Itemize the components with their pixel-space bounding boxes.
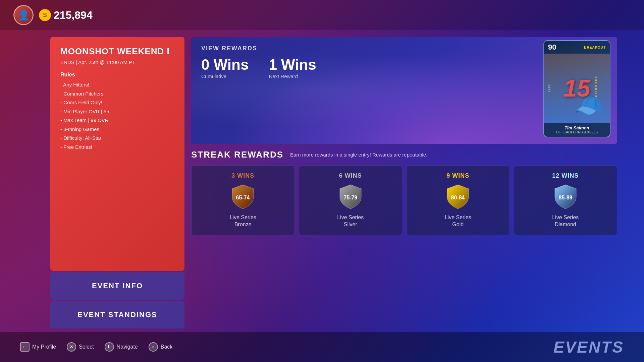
wins-next-number: 1 Wins [269, 57, 316, 72]
wins-cumulative-number: 0 Wins [201, 57, 249, 72]
control-button: ○ [149, 342, 158, 352]
card-team: OF · CALIFORNIA ANGELS [547, 130, 606, 134]
player-card: 90 BREAKOUT 1995 BREAKOUT 15 🧢 Tim Salmo… [543, 40, 610, 137]
event-standings-button[interactable]: EVENT STANDINGS [50, 301, 184, 328]
rule-item: - Min Player OVR | 55 [60, 108, 174, 116]
svg-text:65-74: 65-74 [236, 195, 250, 200]
player-card-container: 90 BREAKOUT 1995 BREAKOUT 15 🧢 Tim Salmo… [543, 40, 610, 137]
streak-series-label: Live SeriesSilver [337, 214, 364, 228]
rules-list: - Any Hitters!- Common Pitchers- Coors F… [60, 81, 174, 151]
wins-cumulative-label: Cumulative [201, 73, 249, 79]
streak-title: STREAK REWARDS [191, 149, 283, 160]
streak-header: STREAK REWARDS Earn more rewards in a si… [191, 149, 617, 160]
streak-wins-label: 6 WINS [339, 172, 362, 179]
shield-badge: 75-79 [337, 183, 364, 210]
streak-subtitle: Earn more rewards in a single entry! Rew… [290, 152, 427, 158]
avatar: 👤 [13, 5, 34, 25]
streak-series-label: Live SeriesGold [445, 214, 471, 228]
card-year: 1995 [548, 84, 551, 92]
streak-card: 9 WINS 80-84 Live SeriesGold [406, 165, 510, 235]
rule-item: - Max Team | 99 OVR [60, 117, 174, 124]
main-content: MOONSHOT WEEKEND I ENDS | Apr. 25th @ 11… [50, 37, 617, 328]
controls: □My Profile✕SelectLNavigate○Back [20, 342, 172, 352]
wins-cumulative-item: 0 Wins Cumulative [201, 57, 249, 79]
currency-amount: 215,894 [54, 9, 93, 21]
shield-badge: 85-89 [552, 183, 579, 210]
event-ends: ENDS | Apr. 25th @ 11:00 AM PT [60, 59, 174, 65]
control-label: Navigate [117, 344, 138, 350]
streak-card: 6 WINS 75-79 Live SeriesSilver [299, 165, 402, 235]
currency-icon: S [39, 9, 51, 21]
rules-title: Rules [60, 72, 174, 78]
streak-series-label: Live SeriesBronze [230, 214, 256, 228]
card-player-area: 1995 BREAKOUT 15 🧢 [544, 54, 610, 123]
card-top-bar: 90 BREAKOUT [544, 41, 610, 54]
view-rewards-card[interactable]: VIEW REWARDS 0 Wins Cumulative 1 Wins Ne… [191, 37, 617, 144]
wins-next-label: Next Reward [269, 73, 316, 79]
shield-badge: 65-74 [229, 183, 256, 210]
rule-item: - Common Pitchers [60, 90, 174, 98]
streak-rewards-section: STREAK REWARDS Earn more rewards in a si… [191, 149, 617, 235]
shield-badge: 80-84 [444, 183, 471, 210]
control-button: ✕ [67, 342, 76, 352]
control-label: Back [161, 344, 173, 350]
control-item: LNavigate [105, 342, 138, 352]
card-name-area: Tim Salmon OF · CALIFORNIA ANGELS [544, 123, 610, 137]
right-panel: VIEW REWARDS 0 Wins Cumulative 1 Wins Ne… [191, 37, 617, 328]
card-ovr: 90 [548, 43, 556, 52]
control-label: My Profile [32, 344, 56, 350]
header: 👤 S 215,894 [0, 0, 644, 30]
event-info-label: EVENT INFO [92, 282, 143, 290]
rule-item: - 3-Inning Games [60, 126, 174, 133]
rule-item: - Free Entries! [60, 143, 174, 151]
control-item: ○Back [149, 342, 173, 352]
event-title: MOONSHOT WEEKEND I [60, 46, 174, 57]
left-panel: MOONSHOT WEEKEND I ENDS | Apr. 25th @ 11… [50, 37, 184, 328]
event-info-card: MOONSHOT WEEKEND I ENDS | Apr. 25th @ 11… [50, 37, 184, 271]
rule-item: - Difficulty: All-Star [60, 134, 174, 142]
control-item: ✕Select [67, 342, 94, 352]
svg-text:85-89: 85-89 [558, 195, 572, 200]
wins-next-item: 1 Wins Next Reward [269, 57, 316, 79]
rule-item: - Coors Field Only! [60, 99, 174, 107]
control-label: Select [79, 344, 94, 350]
rule-item: - Any Hitters! [60, 81, 174, 89]
player-silhouette: 🧢 [574, 92, 603, 119]
streak-series-label: Live SeriesDiamond [552, 214, 579, 228]
svg-text:75-79: 75-79 [343, 195, 357, 200]
control-item: □My Profile [20, 342, 56, 352]
card-player-name: Tim Salmon [547, 125, 606, 130]
svg-text:80-84: 80-84 [451, 195, 465, 200]
card-type: BREAKOUT [584, 46, 606, 49]
streak-wins-label: 3 WINS [231, 172, 254, 179]
streak-wins-label: 9 WINS [446, 172, 469, 179]
events-page-label: EVENTS [553, 338, 624, 356]
control-button: L [105, 342, 114, 352]
bottom-bar: □My Profile✕SelectLNavigate○Back EVENTS [0, 332, 644, 362]
streak-cards: 3 WINS 65-74 Live SeriesBronze6 WINS [191, 165, 617, 235]
control-button: □ [20, 342, 30, 352]
streak-card: 12 WINS 85-89 Live SeriesDiamond [514, 165, 618, 235]
streak-wins-label: 12 WINS [552, 172, 579, 179]
event-standings-label: EVENT STANDINGS [77, 310, 157, 319]
streak-card: 3 WINS 65-74 Live SeriesBronze [191, 165, 295, 235]
event-info-button[interactable]: EVENT INFO [50, 272, 184, 300]
